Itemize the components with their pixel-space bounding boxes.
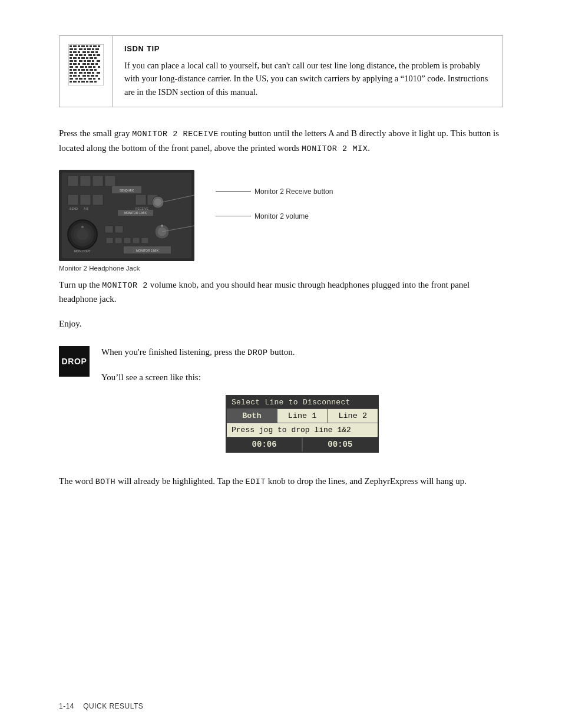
svg-rect-13 (87, 48, 91, 50)
svg-rect-73 (73, 75, 77, 77)
svg-rect-45 (73, 63, 77, 65)
screen-header-row: Select Line to Disconnect (227, 396, 378, 409)
svg-rect-130 (124, 238, 131, 243)
svg-rect-69 (87, 72, 91, 74)
svg-rect-40 (84, 60, 86, 62)
svg-rect-99 (105, 176, 115, 186)
svg-rect-31 (73, 57, 77, 59)
enjoy-para: Enjoy. (59, 317, 503, 331)
svg-rect-65 (70, 72, 73, 74)
svg-rect-56 (93, 66, 95, 68)
both-para: The word Both will already be highlighte… (59, 474, 503, 489)
svg-rect-84 (93, 78, 95, 80)
svg-rect-90 (86, 81, 88, 83)
svg-rect-92 (94, 81, 97, 83)
tip-box: ISDN TIP If you can place a local call t… (59, 35, 503, 107)
svg-rect-122 (115, 226, 123, 233)
svg-rect-132 (141, 238, 148, 243)
svg-rect-49 (91, 63, 94, 65)
screen-cell-line1: Line 1 (277, 409, 328, 423)
svg-point-110 (154, 198, 162, 206)
svg-rect-14 (92, 48, 94, 50)
volume-label: Monitor 2 volume (254, 212, 309, 220)
svg-rect-50 (95, 63, 98, 65)
drop-section: DROP When you're finished listening, pre… (59, 345, 503, 465)
svg-rect-86 (70, 81, 72, 83)
svg-rect-61 (81, 69, 85, 71)
svg-rect-6 (90, 45, 92, 47)
svg-rect-68 (84, 72, 86, 74)
svg-rect-89 (81, 81, 85, 83)
svg-rect-16 (70, 51, 72, 53)
tip-content: ISDN TIP If you can place a local call t… (113, 36, 503, 107)
figure-caption: Monitor 2 Headphone Jack (59, 265, 140, 272)
svg-rect-10 (74, 48, 77, 50)
drop-content: When you're finished listening, press th… (101, 345, 503, 465)
svg-rect-32 (78, 57, 80, 59)
svg-rect-27 (88, 54, 92, 56)
svg-rect-72 (70, 75, 72, 77)
tip-title: ISDN TIP (124, 44, 491, 53)
svg-rect-51 (70, 66, 73, 68)
svg-text:SEND MIX: SEND MIX (120, 189, 134, 192)
svg-rect-46 (78, 63, 80, 65)
svg-rect-34 (86, 57, 88, 59)
svg-rect-9 (70, 48, 73, 50)
screen-cell-both: Both (227, 409, 277, 423)
svg-rect-64 (94, 69, 97, 71)
screen-display: Select Line to Disconnect Both Line 1 Li… (226, 395, 379, 453)
figure-area: SEND MIX SEND A B RECEIVE (59, 170, 503, 272)
svg-rect-41 (87, 60, 91, 62)
screen-wrapper: Select Line to Disconnect Both Line 1 Li… (101, 395, 503, 453)
svg-rect-29 (97, 54, 100, 56)
svg-rect-23 (70, 54, 73, 56)
svg-text:A B: A B (84, 207, 88, 210)
svg-rect-82 (84, 78, 86, 80)
svg-rect-48 (87, 63, 90, 65)
inline-both: Both (95, 477, 116, 486)
svg-rect-91 (90, 81, 93, 83)
svg-rect-2 (73, 45, 77, 47)
receive-button-label: Monitor 2 Receive button (254, 187, 333, 196)
svg-text:MONITOR 1 MIX: MONITOR 1 MIX (124, 211, 147, 215)
svg-rect-30 (70, 57, 72, 59)
footer-page: 1-14 (59, 702, 74, 710)
device-svg: SEND MIX SEND A B RECEIVE (59, 170, 194, 261)
inline-label-monitor2mix: Monitor 2 Mix (302, 144, 368, 153)
tip-icon (59, 36, 113, 107)
svg-rect-104 (92, 195, 103, 205)
monitor-button-para: Press the small gray Monitor 2 Receive r… (59, 126, 503, 155)
svg-rect-25 (79, 54, 82, 56)
svg-rect-62 (86, 69, 88, 71)
figure-labels: Monitor 2 Receive button Monitor 2 volum… (216, 170, 333, 220)
svg-point-125 (161, 225, 163, 227)
svg-rect-19 (82, 51, 86, 53)
svg-rect-15 (95, 48, 99, 50)
tip-text: If you can place a local call to yoursel… (124, 59, 491, 98)
svg-rect-103 (80, 195, 91, 205)
svg-rect-129 (115, 238, 122, 243)
svg-rect-77 (91, 75, 94, 77)
drop-para1: When you're finished listening, press th… (101, 345, 503, 360)
figure-label-volume: Monitor 2 volume (216, 212, 333, 220)
svg-rect-58 (70, 69, 72, 71)
svg-rect-4 (81, 45, 85, 47)
svg-rect-81 (79, 78, 82, 80)
screen-timer2: 00:05 (303, 437, 378, 452)
inline-monitor2: Monitor 2 (102, 281, 148, 290)
svg-rect-52 (75, 66, 78, 68)
svg-rect-8 (98, 45, 100, 47)
figure-image-wrapper: SEND MIX SEND A B RECEIVE (59, 170, 194, 272)
svg-rect-28 (93, 54, 95, 56)
svg-rect-1 (70, 45, 72, 47)
screen-cell-line2: Line 2 (328, 409, 378, 423)
svg-rect-39 (79, 60, 82, 62)
svg-rect-79 (70, 78, 73, 80)
svg-rect-20 (87, 51, 90, 53)
screen-jog-text: Press jog to drop line 1&2 (227, 423, 378, 437)
svg-rect-22 (95, 51, 98, 53)
svg-point-119 (81, 226, 84, 228)
svg-rect-57 (98, 66, 100, 68)
device-image: SEND MIX SEND A B RECEIVE (59, 170, 194, 261)
svg-rect-43 (97, 60, 100, 62)
